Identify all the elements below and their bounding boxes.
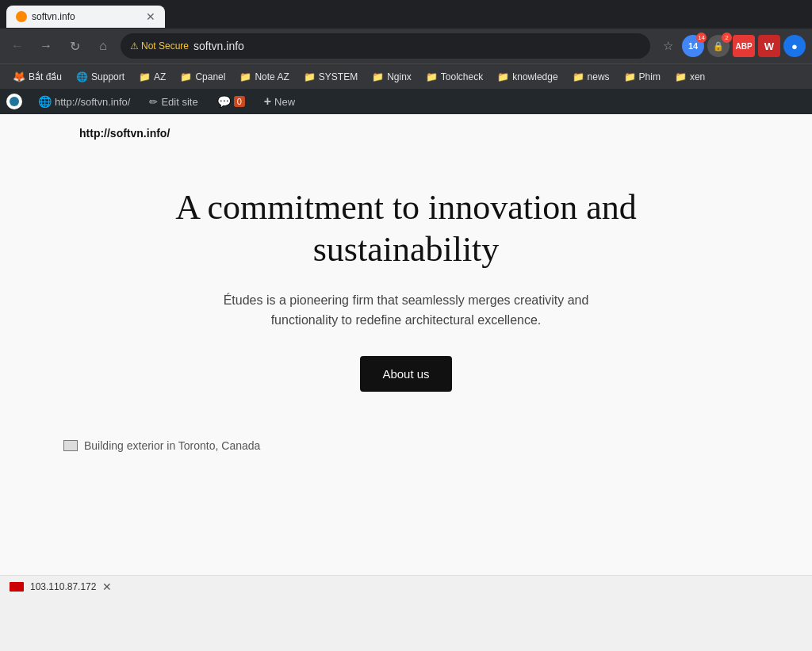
breadcrumb-url: http://softvn.info/ [79, 127, 170, 140]
tab-close-button[interactable]: ✕ [146, 10, 155, 23]
wp-new-label: New [274, 96, 295, 108]
plus-icon: + [264, 94, 271, 109]
extension-icons: ☆ 14 14 🔒 2 ABP W ● [657, 35, 806, 57]
not-secure-text: Not Secure [141, 40, 189, 52]
home-button[interactable]: ⌂ [92, 35, 114, 57]
bookmark-label-system: SYSTEM [319, 71, 358, 82]
image-area: Building exterior in Toronto, Canada [0, 423, 812, 452]
active-tab[interactable]: softvn.info ✕ [6, 6, 165, 28]
folder-icon-nginx: 📁 [372, 71, 384, 82]
hero-subtitle: Études is a pioneering firm that seamles… [200, 290, 612, 331]
bookmark-label-knowledge: knowledge [512, 71, 557, 82]
bookmark-item-batdau[interactable]: 🦊 Bắt đầu [6, 68, 68, 85]
breadcrumb: http://softvn.info/ [0, 114, 812, 140]
bookmark-item-noteaz[interactable]: 📁 Note AZ [233, 69, 295, 85]
wp-edit-site-label: Edit site [161, 96, 197, 108]
bookmark-star-button[interactable]: ☆ [657, 35, 679, 57]
address-bar-row: ← → ↻ ⌂ ⚠ Not Secure softvn.info ☆ 14 14… [0, 29, 812, 63]
bookmark-item-nginx[interactable]: 📁 Nginx [366, 69, 418, 85]
reload-button[interactable]: ↻ [63, 35, 86, 57]
folder-icon-news: 📁 [573, 71, 584, 82]
comment-icon: 💬 [217, 95, 231, 108]
bookmark-label-noteaz: Note AZ [255, 71, 289, 82]
bookmark-label-cpanel: Cpanel [195, 71, 225, 82]
extension-icon-2[interactable]: 🔒 2 [707, 35, 730, 57]
browser-chrome: softvn.info ✕ ← → ↻ ⌂ ⚠ Not Secure softv… [0, 0, 812, 114]
ext-label-w: W [764, 40, 774, 52]
ext-badge-1: 14 [696, 33, 707, 43]
bookmark-item-toolcheck[interactable]: 📁 Toolcheck [419, 69, 489, 85]
ext-label-abp: ABP [735, 42, 752, 51]
bookmark-item-cpanel[interactable]: 📁 Cpanel [174, 69, 232, 85]
globe-icon: 🌐 [38, 95, 52, 108]
status-close-button[interactable]: ✕ [102, 580, 112, 593]
wordpress-logo[interactable] [6, 94, 22, 109]
extension-icon-1[interactable]: 14 14 [682, 35, 704, 57]
folder-icon-az: 📁 [139, 71, 151, 82]
url-display: softvn.info [193, 40, 244, 52]
not-secure-indicator: ⚠ Not Secure [130, 40, 189, 52]
bookmark-label-support: Support [91, 71, 124, 82]
image-caption: Building exterior in Toronto, Canada [84, 439, 260, 452]
wp-comment-count: 0 [234, 96, 245, 107]
extension-icon-profile[interactable]: ● [783, 35, 806, 57]
bookmark-item-xen[interactable]: 📁 xen [668, 69, 711, 85]
wp-admin-bar: 🌐 http://softvn.info/ ✏ Edit site 💬 0 + … [0, 89, 812, 114]
folder-icon-knowledge: 📁 [497, 71, 509, 82]
ext-label-1: 14 [688, 41, 698, 51]
folder-icon-support: 🌐 [76, 71, 88, 82]
wp-comments-link[interactable]: 💬 0 [214, 89, 248, 114]
bookmark-item-phim[interactable]: 📁 Phim [618, 69, 667, 85]
bookmarks-bar: 🦊 Bắt đầu 🌐 Support 📁 AZ 📁 Cpanel 📁 Note… [0, 63, 812, 89]
image-placeholder [63, 440, 78, 451]
bookmark-label-phim: Phim [639, 71, 661, 82]
folder-icon-cpanel: 📁 [180, 71, 192, 82]
bookmark-label-az: AZ [154, 71, 166, 82]
bookmark-item-news[interactable]: 📁 news [566, 69, 616, 85]
firefox-icon: 🦊 [13, 71, 25, 82]
bookmark-label-news: news [588, 71, 610, 82]
ext-badge-2: 2 [722, 33, 732, 43]
ip-address: 103.110.87.172 [30, 581, 96, 592]
folder-icon-phim: 📁 [624, 71, 636, 82]
wp-edit-site-link[interactable]: ✏ Edit site [146, 89, 201, 114]
back-button[interactable]: ← [6, 35, 29, 57]
ext-label-2: 🔒 [713, 41, 724, 52]
page-content: http://softvn.info/ A commitment to inno… [0, 114, 812, 597]
tab-favicon [16, 11, 27, 22]
warning-icon: ⚠ [130, 40, 139, 52]
extension-icon-w[interactable]: W [758, 35, 780, 57]
bookmark-item-knowledge[interactable]: 📁 knowledge [491, 69, 564, 85]
folder-icon-system: 📁 [304, 71, 316, 82]
bookmark-item-system[interactable]: 📁 SYSTEM [297, 69, 364, 85]
folder-icon-noteaz: 📁 [239, 71, 251, 82]
wp-site-url: http://softvn.info/ [55, 96, 130, 108]
wp-site-link[interactable]: 🌐 http://softvn.info/ [35, 89, 133, 114]
folder-icon-toolcheck: 📁 [426, 71, 438, 82]
address-bar[interactable]: ⚠ Not Secure softvn.info [121, 33, 650, 59]
bookmark-label-batdau: Bắt đầu [29, 71, 62, 82]
wp-logo-inner [10, 97, 19, 106]
forward-button[interactable]: → [35, 35, 57, 57]
bookmark-label-nginx: Nginx [387, 71, 412, 82]
tab-bar: softvn.info ✕ [0, 0, 812, 29]
about-us-button[interactable]: About us [360, 356, 451, 392]
extension-icon-abp[interactable]: ABP [733, 35, 755, 57]
status-bar: 103.110.87.172 ✕ [0, 575, 812, 597]
flag-icon [10, 582, 24, 592]
bookmark-label-xen: xen [690, 71, 705, 82]
folder-icon-xen: 📁 [675, 71, 687, 82]
hero-title: A commitment to innovation and sustainab… [168, 187, 644, 271]
bookmark-item-az[interactable]: 📁 AZ [132, 69, 172, 85]
bookmark-item-support[interactable]: 🌐 Support [70, 69, 131, 85]
bookmark-label-toolcheck: Toolcheck [441, 71, 483, 82]
pencil-icon: ✏ [149, 96, 158, 108]
wp-new-link[interactable]: + New [261, 89, 298, 114]
hero-section: A commitment to innovation and sustainab… [0, 140, 812, 423]
tab-title: softvn.info [32, 11, 75, 22]
ext-label-profile: ● [791, 40, 798, 52]
